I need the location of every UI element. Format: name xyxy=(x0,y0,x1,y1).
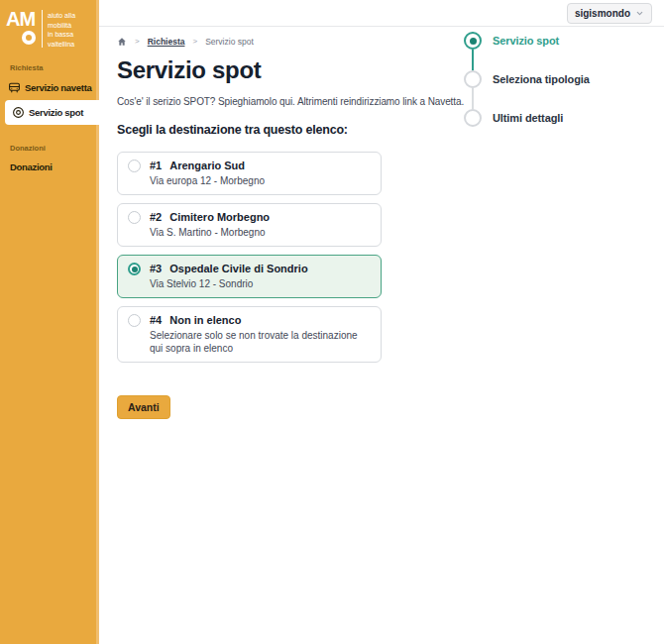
logo-tagline-line: mobilità xyxy=(48,21,75,31)
option-text: #4Non in elenco Selezionare solo se non … xyxy=(150,314,371,355)
option-text: #1Arengario Sud Via europa 12 - Morbegno xyxy=(150,160,265,187)
breadcrumb-separator: > xyxy=(135,37,140,46)
option-title: #2Cimitero Morbegno xyxy=(150,211,270,223)
option-detail: Selezionare solo se non trovate la desti… xyxy=(150,329,371,355)
sidebar-item-label: Servizio navetta xyxy=(25,82,92,93)
option-detail: Via europa 12 - Morbegno xyxy=(150,174,265,187)
destination-options: #1Arengario Sud Via europa 12 - Morbegno… xyxy=(117,152,382,363)
top-bar: sigismondo xyxy=(99,0,664,27)
option-name: Arengario Sud xyxy=(169,160,245,171)
logo-divider xyxy=(42,10,43,48)
logo-wheel-icon xyxy=(22,31,36,45)
sidebar-item-label: Servizio spot xyxy=(29,107,83,118)
logo-mark: AM xyxy=(6,9,36,49)
option-detail: Via S. Martino - Morbegno xyxy=(150,226,270,239)
step-ultimi-dettagli: Ultimi dettagli xyxy=(464,109,590,127)
app-logo: AM aiuto alla mobilità in bassa valtelli… xyxy=(0,0,99,49)
option-number: #2 xyxy=(150,211,162,223)
logo-initials: AM xyxy=(6,9,36,29)
user-menu-label: sigismondo xyxy=(575,8,630,19)
radio-button[interactable] xyxy=(128,160,141,172)
step-label: Ultimi dettagli xyxy=(493,112,563,124)
option-card-non-in-elenco[interactable]: #4Non in elenco Selezionare solo se non … xyxy=(117,306,382,363)
step-label: Seleziona tipologia xyxy=(493,73,590,85)
user-menu-button[interactable]: sigismondo xyxy=(567,3,652,24)
next-button[interactable]: Avanti xyxy=(117,395,170,419)
sidebar-section-donazioni: Donazioni xyxy=(0,144,99,153)
spot-icon xyxy=(12,106,25,119)
option-number: #3 xyxy=(150,263,162,274)
option-name: Non in elenco xyxy=(169,314,241,326)
option-title: #4Non in elenco xyxy=(150,314,371,326)
logo-tagline: aiuto alla mobilità in bassa valtellina xyxy=(48,9,75,49)
radio-button[interactable] xyxy=(128,314,141,327)
logo-tagline-line: aiuto alla xyxy=(48,11,75,21)
option-card-ospedale-sondrio[interactable]: #3Ospedale Civile di Sondrio Via Stelvio… xyxy=(117,255,382,298)
option-title: #1Arengario Sud xyxy=(150,160,265,171)
sidebar: AM aiuto alla mobilità in bassa valtelli… xyxy=(0,0,99,644)
logo-tagline-line: valtellina xyxy=(48,40,75,50)
chevron-down-icon xyxy=(635,9,644,18)
radio-button[interactable] xyxy=(128,211,141,224)
radio-button-selected[interactable] xyxy=(128,263,141,275)
sidebar-item-servizio-navetta[interactable]: Servizio navetta xyxy=(0,75,99,100)
sidebar-item-servizio-spot[interactable]: Servizio spot xyxy=(5,100,99,125)
step-circle xyxy=(464,70,482,88)
step-connector xyxy=(472,88,474,109)
step-seleziona-tipologia: Seleziona tipologia xyxy=(464,70,590,88)
home-icon[interactable] xyxy=(117,37,127,47)
breadcrumb-current: Servizio spot xyxy=(205,37,254,47)
option-number: #4 xyxy=(150,314,162,326)
option-name: Ospedale Civile di Sondrio xyxy=(169,263,307,274)
logo-tagline-line: in bassa xyxy=(48,30,75,40)
sidebar-item-label: Donazioni xyxy=(10,161,53,172)
option-name: Cimitero Morbegno xyxy=(169,211,270,223)
page-content: > Richiesta > Servizio spot Servizio spo… xyxy=(99,27,664,644)
bus-icon xyxy=(8,81,21,94)
option-card-cimitero-morbegno[interactable]: #2Cimitero Morbegno Via S. Martino - Mor… xyxy=(117,203,382,247)
main-area: sigismondo > Richiesta > Servizio spot S… xyxy=(99,0,664,644)
option-text: #2Cimitero Morbegno Via S. Martino - Mor… xyxy=(150,211,270,239)
sidebar-section-richiesta: Richiesta xyxy=(0,63,99,72)
option-card-arengario-sud[interactable]: #1Arengario Sud Via europa 12 - Morbegno xyxy=(117,152,382,195)
app-window: AM aiuto alla mobilità in bassa valtelli… xyxy=(0,0,664,644)
option-detail: Via Stelvio 12 - Sondrio xyxy=(150,277,308,290)
step-label: Servizio spot xyxy=(493,35,559,47)
option-title: #3Ospedale Civile di Sondrio xyxy=(150,263,308,274)
breadcrumb-separator: > xyxy=(192,37,197,46)
step-servizio-spot: Servizio spot xyxy=(464,32,590,50)
option-number: #1 xyxy=(150,160,162,171)
sidebar-item-donazioni[interactable]: Donazioni xyxy=(0,156,99,178)
breadcrumb-link-richiesta[interactable]: Richiesta xyxy=(148,37,185,47)
step-circle-active xyxy=(464,32,482,50)
progress-stepper: Servizio spot Seleziona tipologia Ultimi… xyxy=(464,32,590,127)
step-connector-done xyxy=(472,50,474,70)
option-text: #3Ospedale Civile di Sondrio Via Stelvio… xyxy=(150,263,308,290)
step-circle xyxy=(464,109,482,127)
